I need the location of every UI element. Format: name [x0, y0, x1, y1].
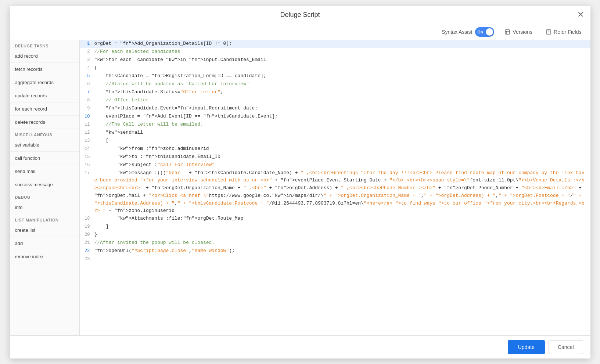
line-content: eventPlace = "fn">Add_Event[ID == "fn">t…: [94, 113, 590, 120]
line-content: //For each selected candidates: [94, 48, 590, 56]
line-content: //Status will be updated as "Called For …: [94, 80, 590, 88]
sidebar-item-send-mail[interactable]: send mail: [10, 165, 79, 178]
line-number: 8: [80, 97, 94, 104]
line-number: 18: [80, 215, 94, 222]
table-row: 18 "kw">Attachments :file:"fn">orgDet.Ro…: [80, 215, 590, 223]
close-button[interactable]: ✕: [577, 11, 584, 19]
sidebar-item-create-list[interactable]: create list: [10, 224, 79, 237]
line-number: 13: [80, 137, 94, 144]
line-number: 12: [80, 129, 94, 136]
line-number: 6: [80, 80, 94, 88]
line-number: 20: [80, 231, 94, 238]
line-number: 14: [80, 145, 94, 152]
sidebar-section-label: List Manipulation: [10, 214, 79, 224]
table-row: 17 "kw">message :((("Dear " + "fn">thisC…: [80, 169, 590, 215]
line-content: "kw">sendmail: [94, 129, 590, 137]
sidebar-item-add-record[interactable]: add record: [10, 50, 79, 63]
sidebar-item-success-message[interactable]: success message: [10, 178, 79, 191]
refer-fields-label: Refer Fields: [554, 29, 581, 35]
line-number: 23: [80, 255, 94, 263]
table-row: 15 "kw">to :"fn">thisCandidate.Email_ID: [80, 153, 590, 161]
table-row: 3"kw">for each candidate "kw">in "fn">in…: [80, 56, 590, 64]
sidebar-item-info[interactable]: info: [10, 201, 79, 214]
line-content: [: [94, 137, 590, 145]
line-number: 3: [80, 56, 94, 64]
toggle-knob: [486, 28, 493, 36]
sidebar-item-fetch-records[interactable]: fetch records: [10, 63, 79, 76]
line-number[interactable]: 1: [80, 40, 94, 47]
sidebar-item-for-each-record[interactable]: for each record: [10, 102, 79, 116]
line-content: "kw">message :((("Dear " + "fn">thisCand…: [94, 169, 590, 215]
syntax-assist-toggle[interactable]: On: [475, 27, 494, 37]
line-number: 17: [80, 169, 94, 177]
line-number: 9: [80, 105, 94, 112]
table-row: 19 ]: [80, 223, 590, 231]
sidebar-section-label: Debug: [10, 191, 79, 201]
line-content: //After invited the popup will be cloase…: [94, 239, 590, 247]
versions-icon: [504, 29, 510, 35]
table-row: 21//After invited the popup will be cloa…: [80, 239, 590, 247]
table-row: 13 [: [80, 137, 590, 145]
table-row: 2//For each selected candidates: [80, 48, 590, 56]
sidebar-item-add[interactable]: add: [10, 237, 79, 250]
modal-header: Deluge Script ✕: [10, 6, 590, 24]
sidebar: Deluge Tasksadd recordfetch recordsaggre…: [10, 40, 80, 335]
table-row: 8 // Offer Letter: [80, 97, 590, 105]
table-row: 7 "fn">thisCandidate.Status="Offer Lette…: [80, 89, 590, 97]
code-editor[interactable]: 1orgDet = "fn">Add_Organization_Details[…: [80, 40, 590, 335]
line-content: "kw">to :"fn">thisCandidate.Email_ID: [94, 153, 590, 161]
modal-title: Deluge Script: [280, 11, 320, 19]
line-number: 4: [80, 64, 94, 72]
table-row: 1orgDet = "fn">Add_Organization_Details[…: [80, 40, 590, 48]
table-row: 12 "kw">sendmail: [80, 129, 590, 137]
toggle-label: On: [477, 30, 483, 34]
line-number[interactable]: 5: [80, 72, 94, 80]
line-content: orgDet = "fn">Add_Organization_Details[I…: [94, 40, 590, 48]
modal: Deluge Script ✕ Syntax Assist On Version…: [10, 6, 590, 358]
line-content: }: [94, 231, 590, 239]
table-row: 16 "kw">subject :"call For Interview": [80, 161, 590, 169]
table-row: 5 thisCandidate = "fn">Registration_Form…: [80, 72, 590, 80]
line-number[interactable]: 7: [80, 89, 94, 96]
table-row: 20}: [80, 231, 590, 239]
line-content: "fn">openUrl("#Script:page.close","same …: [94, 247, 590, 255]
line-content: "kw">from :"fn">zoho.adminuserid: [94, 145, 590, 153]
sidebar-item-update-records[interactable]: update records: [10, 89, 79, 102]
table-row: 10 eventPlace = "fn">Add_Event[ID == "fn…: [80, 113, 590, 121]
refer-fields-icon: [546, 29, 552, 35]
sidebar-item-delete-records[interactable]: delete records: [10, 116, 79, 129]
line-content: ]: [94, 223, 590, 231]
cancel-button[interactable]: Cancel: [549, 340, 583, 354]
sidebar-section-label: Miscellaneous: [10, 129, 79, 138]
line-number: 2: [80, 48, 94, 55]
table-row: 23: [80, 255, 590, 263]
line-content: {: [94, 64, 590, 72]
toolbar: Syntax Assist On Versions Refer Fields: [10, 24, 590, 40]
versions-label: Versions: [513, 29, 532, 35]
line-content: "kw">subject :"call For Interview": [94, 161, 590, 169]
line-content: "kw">for each candidate "kw">in "fn">inp…: [94, 56, 590, 64]
sidebar-item-call-function[interactable]: call function: [10, 152, 79, 165]
line-number[interactable]: 22: [80, 247, 94, 255]
table-row: 11 //The Call Letter will be emailed.: [80, 121, 590, 129]
refer-fields-button[interactable]: Refer Fields: [543, 28, 584, 36]
versions-button[interactable]: Versions: [502, 28, 535, 36]
line-number: 16: [80, 161, 94, 169]
table-row: 6 //Status will be updated as "Called Fo…: [80, 80, 590, 89]
sidebar-item-aggregate-records[interactable]: aggregate records: [10, 76, 79, 89]
line-number: 11: [80, 121, 94, 128]
update-button[interactable]: Update: [508, 340, 545, 354]
sidebar-section-label: Deluge Tasks: [10, 40, 79, 50]
syntax-assist-label: Syntax Assist: [442, 29, 472, 35]
table-row: 14 "kw">from :"fn">zoho.adminuserid: [80, 145, 590, 153]
sidebar-item-remove-index[interactable]: remove index: [10, 250, 79, 263]
line-content: //The Call Letter will be emailed.: [94, 121, 590, 129]
line-content: thisCandidate = "fn">Registration_Form[I…: [94, 72, 590, 80]
sidebar-item-set-variable[interactable]: set variable: [10, 138, 79, 152]
line-content: "kw">Attachments :file:"fn">orgDet.Route…: [94, 215, 590, 223]
line-number: 21: [80, 239, 94, 246]
line-number[interactable]: 10: [80, 113, 94, 120]
table-row: 9 "fn">thisCandidate.Event="fn">input.Re…: [80, 105, 590, 113]
line-content: // Offer Letter: [94, 97, 590, 104]
table-row: 22"fn">openUrl("#Script:page.close","sam…: [80, 247, 590, 255]
